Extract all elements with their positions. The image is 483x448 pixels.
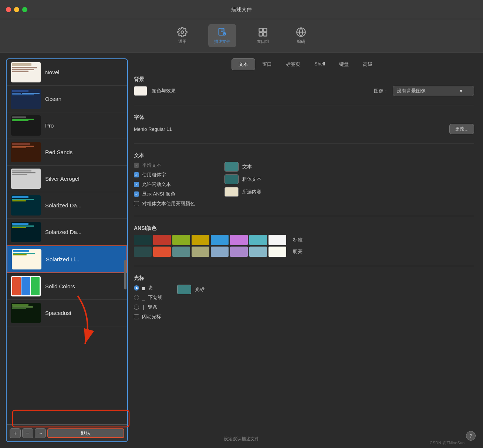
toolbar: 通用 描述文件 窗口组 编码 (0, 19, 483, 52)
cursor-underline-label: 下划线 (148, 294, 162, 301)
tab-tabs[interactable]: 标签页 (279, 58, 307, 70)
cursor-type-options: ■ 块 _ 下划线 | 竖条 (134, 285, 162, 320)
profile-name-pro: Pro (45, 122, 54, 129)
divider-4 (134, 266, 474, 266)
bold-text-checkbox[interactable]: ✓ (134, 172, 139, 177)
tab-shell[interactable]: Shell (307, 58, 332, 70)
ansi-bright-1[interactable] (153, 247, 171, 257)
bold-bright-row: 对粗体文本使用亮丽颜色 (134, 200, 195, 207)
profile-item-solid[interactable]: Solid Colors (7, 273, 127, 300)
tab-general[interactable]: 通用 (171, 24, 193, 47)
tab-window[interactable]: 窗口 (255, 58, 279, 70)
profile-name-silver: Silver Aerogel (45, 176, 80, 182)
profile-item-silver[interactable]: Silver Aerogel (7, 166, 127, 192)
close-button[interactable] (6, 7, 11, 12)
selection-color-label: 所选内容 (242, 189, 261, 195)
profile-item-solarized-dark[interactable]: Solarized Da... (7, 192, 127, 219)
divider-1 (134, 105, 474, 105)
tab-profiles[interactable]: 描述文件 (208, 24, 236, 47)
background-image-label: 图像： (374, 88, 388, 94)
blink-text-label: 允许闪动文本 (142, 181, 171, 188)
tab-advanced[interactable]: 高级 (356, 58, 379, 70)
traffic-lights (6, 7, 27, 12)
ansi-bright-5[interactable] (230, 247, 248, 257)
ansi-std-7[interactable] (268, 235, 286, 245)
ansi-section: ANSI颜色 标准 (134, 225, 474, 257)
add-profile-button[interactable]: + (10, 428, 21, 438)
sidebar-bottom-bar: + − ··· 默认 (7, 424, 127, 441)
cursor-options: ■ 块 _ 下划线 | 竖条 (134, 285, 474, 320)
cursor-color-swatch[interactable] (177, 285, 191, 294)
bold-bright-checkbox[interactable] (134, 201, 139, 206)
cursor-bar-radio[interactable] (134, 305, 139, 310)
change-font-button[interactable]: 更改... (449, 124, 474, 134)
blink-text-checkbox[interactable]: ✓ (134, 182, 139, 187)
profile-item-redsands[interactable]: Red Sands (7, 139, 127, 166)
profile-item-pro[interactable]: Pro (7, 112, 127, 139)
right-panel: 文本 窗口 标签页 Shell 键盘 高级 背景 颜色与效果 图像： 没有背景图… (134, 58, 477, 442)
svg-rect-3 (263, 28, 267, 32)
profile-thumb-solarized-dark2 (11, 222, 41, 242)
set-default-button[interactable]: 默认 (47, 428, 124, 438)
maximize-button[interactable] (22, 7, 27, 12)
cursor-block-radio[interactable] (134, 285, 139, 291)
tab-windowgroups[interactable]: 窗口组 (251, 24, 275, 47)
tab-keyboard[interactable]: 键盘 (332, 58, 356, 70)
profile-thumb-pro (11, 115, 41, 136)
profile-item-novel[interactable]: Novel (7, 59, 127, 86)
background-section-title: 背景 (134, 76, 474, 83)
ansi-std-3[interactable] (192, 235, 209, 245)
ansi-std-0[interactable] (134, 235, 152, 245)
divider-3 (134, 216, 474, 216)
profile-thumb-redsands (11, 142, 41, 162)
ansi-bright-2[interactable] (172, 247, 190, 257)
ansi-std-1[interactable] (153, 235, 171, 245)
cursor-underline-char: _ (142, 295, 145, 301)
ansi-std-6[interactable] (249, 235, 267, 245)
titlebar: 描述文件 (0, 0, 483, 19)
profile-item-spacedust[interactable]: Spacedust (7, 300, 127, 326)
tab-encoding[interactable]: 编码 (290, 24, 312, 47)
profile-name-solarized-light: Solarized Li... (46, 256, 80, 262)
ansi-color-checkbox[interactable]: ✓ (134, 191, 139, 197)
profile-name-solarized-dark2: Solarized Da... (45, 229, 81, 235)
background-image-dropdown[interactable]: 没有背景图像 ▼ (393, 86, 474, 96)
font-section-title: 字体 (134, 114, 474, 121)
profile-thumb-solarized-dark (11, 195, 41, 215)
more-options-button[interactable]: ··· (35, 428, 46, 438)
ansi-bright-7[interactable] (268, 247, 286, 257)
cursor-color-options: 光标 (177, 285, 205, 320)
help-button[interactable]: ? (466, 431, 476, 441)
profile-item-solarized-dark2[interactable]: Solarized Da... (7, 219, 127, 245)
cursor-blink-row: 闪动光标 (134, 313, 162, 320)
profile-thumb-spacedust (11, 303, 41, 323)
minimize-button[interactable] (14, 7, 19, 12)
selection-color-swatch[interactable] (224, 187, 239, 197)
ansi-bright-0[interactable] (134, 247, 152, 257)
background-color-swatch[interactable] (134, 86, 147, 96)
remove-profile-button[interactable]: − (22, 428, 33, 438)
sidebar: Novel Ocean (6, 58, 128, 442)
ansi-std-2[interactable] (172, 235, 190, 245)
cursor-underline-radio[interactable] (134, 295, 139, 300)
ansi-std-4[interactable] (211, 235, 229, 245)
ansi-std-5[interactable] (230, 235, 248, 245)
smooth-text-checkbox[interactable]: ✓ (134, 163, 139, 168)
bold-text-row: ✓ 使用粗体字 (134, 172, 195, 178)
tab-text[interactable]: 文本 (232, 58, 255, 70)
font-section: 字体 Menlo Regular 11 更改... (134, 114, 474, 134)
tab-general-label: 通用 (178, 39, 186, 44)
ansi-bright-3[interactable] (192, 247, 209, 257)
bold-text-color-label: 粗体文本 (242, 176, 261, 183)
ansi-bright-6[interactable] (249, 247, 267, 257)
profile-thumb-solarized-light (12, 249, 41, 269)
ansi-bright-4[interactable] (211, 247, 229, 257)
text-color-swatch[interactable] (224, 162, 239, 172)
bold-text-color-swatch[interactable] (224, 174, 239, 184)
profile-item-ocean[interactable]: Ocean (7, 86, 127, 112)
profile-item-solarized-light[interactable]: Solarized Li... (7, 245, 127, 273)
text-color-options: 文本 粗体文本 所选内容 (224, 162, 261, 207)
tab-windowgroups-label: 窗口组 (257, 39, 269, 44)
ansi-color-grid: 标准 明亮 (134, 235, 474, 257)
cursor-blink-checkbox[interactable] (134, 314, 139, 319)
